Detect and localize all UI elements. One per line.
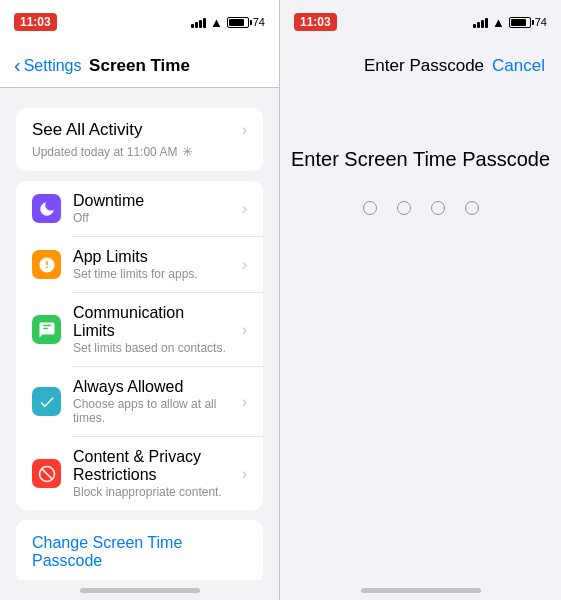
home-bar-right (361, 588, 481, 593)
time-right: 11:03 (294, 13, 337, 31)
comm-limits-row[interactable]: Communication Limits Set limits based on… (16, 293, 263, 366)
downtime-row[interactable]: Downtime Off › (16, 181, 263, 236)
nav-bar-left: ‹ Settings Screen Time (0, 44, 279, 88)
always-allowed-row[interactable]: Always Allowed Choose apps to allow at a… (16, 367, 263, 436)
comm-limits-label: Communication Limits (73, 304, 230, 340)
nav-bar-right: Enter Passcode Cancel (280, 44, 561, 88)
downtime-sub: Off (73, 211, 230, 225)
downtime-icon (32, 194, 61, 223)
comm-limits-text: Communication Limits Set limits based on… (73, 304, 230, 355)
chevron-left-icon: ‹ (14, 55, 21, 75)
content-privacy-text: Content & Privacy Restrictions Block ina… (73, 448, 230, 499)
downtime-text: Downtime Off (73, 192, 230, 225)
change-passcode-row[interactable]: Change Screen Time Passcode (16, 520, 263, 580)
passcode-dots (363, 201, 479, 215)
status-icons-right: ▲ 74 (473, 15, 547, 30)
content-privacy-label: Content & Privacy Restrictions (73, 448, 230, 484)
updated-text: Updated today at 11:00 AM (32, 145, 177, 159)
app-limits-icon (32, 250, 61, 279)
comm-limits-sub: Set limits based on contacts. (73, 341, 230, 355)
chevron-right-icon: › (242, 121, 247, 139)
content-privacy-icon (32, 459, 61, 488)
home-indicator-left (0, 580, 279, 600)
status-bar-left: 11:03 ▲ 74 (0, 0, 279, 44)
always-allowed-chevron: › (242, 393, 247, 411)
time-left: 11:03 (14, 13, 57, 31)
signal-icon (191, 16, 206, 28)
passcode-title: Enter Screen Time Passcode (291, 148, 550, 171)
updated-row: Updated today at 11:00 AM ✳︎ (16, 144, 263, 171)
downtime-chevron: › (242, 200, 247, 218)
refresh-icon: ✳︎ (182, 144, 193, 159)
passcode-nav-title: Enter Passcode (364, 56, 484, 76)
home-indicator-right (280, 580, 561, 600)
content-privacy-row[interactable]: Content & Privacy Restrictions Block ina… (16, 437, 263, 510)
change-passcode-label: Change Screen Time Passcode (32, 534, 182, 569)
passcode-content: Enter Screen Time Passcode (280, 88, 561, 580)
app-limits-sub: Set time limits for apps. (73, 267, 230, 281)
see-all-card[interactable]: See All Activity › Updated today at 11:0… (16, 108, 263, 171)
passcode-dot-3 (431, 201, 445, 215)
app-limits-label: App Limits (73, 248, 230, 266)
passcode-dot-4 (465, 201, 479, 215)
content-privacy-chevron: › (242, 465, 247, 483)
comm-limits-icon (32, 315, 61, 344)
battery-icon: 74 (227, 16, 265, 28)
page-title: Screen Time (89, 56, 190, 76)
passcode-dot-1 (363, 201, 377, 215)
cancel-button[interactable]: Cancel (492, 56, 545, 76)
right-panel: 11:03 ▲ 74 Enter Passcode Cancel Enter S… (280, 0, 561, 600)
content-privacy-sub: Block inappropriate content. (73, 485, 230, 499)
app-limits-row[interactable]: App Limits Set time limits for apps. › (16, 237, 263, 292)
back-label: Settings (24, 57, 82, 75)
see-all-row[interactable]: See All Activity › (16, 108, 263, 144)
scroll-content: See All Activity › Updated today at 11:0… (0, 88, 279, 580)
battery-icon-right: 74 (509, 16, 547, 28)
always-allowed-label: Always Allowed (73, 378, 230, 396)
downtime-label: Downtime (73, 192, 230, 210)
signal-icon-right (473, 16, 488, 28)
status-bar-right: 11:03 ▲ 74 (280, 0, 561, 44)
status-icons-left: ▲ 74 (191, 15, 265, 30)
back-button[interactable]: ‹ Settings (14, 56, 81, 75)
passcode-dot-2 (397, 201, 411, 215)
svg-line-1 (41, 468, 52, 479)
settings-menu-card: Downtime Off › App Limits Set time limit… (16, 181, 263, 510)
wifi-icon-right: ▲ (492, 15, 505, 30)
always-allowed-icon (32, 387, 61, 416)
left-panel: 11:03 ▲ 74 ‹ Settings Screen Time (0, 0, 280, 600)
see-all-label: See All Activity (32, 120, 143, 140)
always-allowed-text: Always Allowed Choose apps to allow at a… (73, 378, 230, 425)
always-allowed-sub: Choose apps to allow at all times. (73, 397, 230, 425)
wifi-icon: ▲ (210, 15, 223, 30)
app-limits-text: App Limits Set time limits for apps. (73, 248, 230, 281)
app-limits-chevron: › (242, 256, 247, 274)
comm-limits-chevron: › (242, 321, 247, 339)
home-bar (80, 588, 200, 593)
